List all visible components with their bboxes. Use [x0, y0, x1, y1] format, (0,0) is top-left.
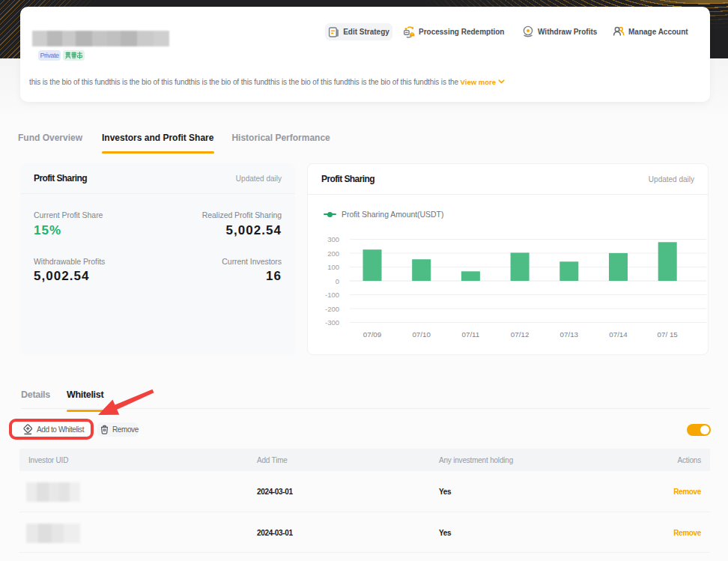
svg-text:200: 200 — [327, 249, 339, 258]
svg-text:-100: -100 — [325, 291, 339, 299]
svg-text:07/13: 07/13 — [560, 330, 579, 339]
svg-text:07/11: 07/11 — [462, 330, 480, 339]
svg-text:-300: -300 — [325, 318, 339, 327]
svg-text:300: 300 — [327, 235, 339, 243]
svg-text:07/09: 07/09 — [363, 330, 382, 339]
svg-text:0: 0 — [336, 277, 339, 285]
svg-text:07/12: 07/12 — [511, 330, 530, 339]
svg-text:100: 100 — [327, 263, 339, 271]
svg-text:-200: -200 — [325, 305, 339, 313]
svg-text:07/ 15: 07/ 15 — [658, 330, 679, 339]
svg-text:07/14: 07/14 — [609, 330, 628, 339]
svg-text:07/10: 07/10 — [412, 330, 431, 339]
